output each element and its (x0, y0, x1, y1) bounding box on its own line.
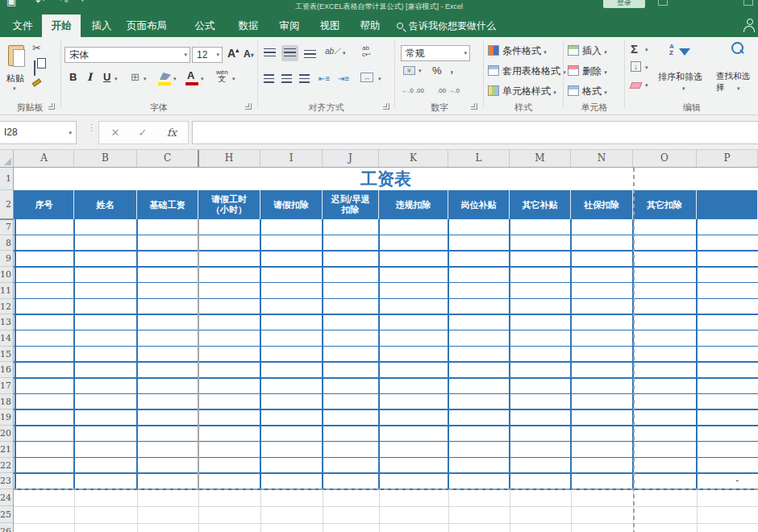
align-left-icon[interactable] (264, 74, 274, 83)
cells-button-删除[interactable]: 删除 ▾ (568, 62, 607, 80)
borders-dropdown-icon[interactable]: ▾ (144, 76, 147, 82)
borders-icon[interactable]: ⊞ (131, 71, 140, 83)
column-header-L[interactable]: L (448, 150, 510, 167)
row-header-13[interactable]: 13 (0, 314, 13, 330)
table-header-row[interactable]: 序号姓名基础工资请假工时 （小时）请假扣除迟到/早退 扣除违规扣除岗位补贴其它补… (14, 190, 758, 219)
table-header-cell-其它扣除[interactable]: 其它扣除 (633, 190, 697, 219)
clear-icon[interactable] (630, 82, 643, 89)
column-header-K[interactable]: K (379, 150, 448, 167)
table-header-cell-迟到/早退[interactable]: 迟到/早退 扣除 (323, 190, 379, 219)
column-header-P[interactable]: P (697, 150, 758, 167)
underline-button[interactable]: U (103, 71, 110, 83)
increase-font-icon[interactable]: A▴ (227, 47, 239, 60)
cut-icon[interactable]: ✂ (32, 42, 41, 54)
sheet-title-cell[interactable]: 工资表 (14, 168, 758, 190)
row-header-9[interactable]: 9 (0, 251, 13, 267)
increase-indent-icon[interactable]: ⇥≡ (338, 76, 349, 82)
styles-button-条件格式[interactable]: 条件格式 ▾ (488, 42, 547, 60)
row-header-19[interactable]: 19 (0, 409, 13, 426)
column-header-N[interactable]: N (571, 150, 633, 167)
clear-dropdown-icon[interactable]: ▾ (645, 82, 648, 89)
cell-p23[interactable]: - (697, 473, 758, 489)
font-color-icon[interactable]: A (187, 69, 194, 81)
row-header-26[interactable]: 26 (0, 523, 13, 532)
bold-button[interactable]: B (69, 71, 77, 83)
decrease-decimal-icon[interactable]: .00 →.0 (437, 87, 460, 94)
share-person-icon[interactable] (743, 19, 756, 33)
orientation-icon[interactable]: ab⟋ (325, 48, 339, 55)
accounting-dropdown-icon[interactable]: ▾ (419, 68, 422, 74)
row-header-18[interactable]: 18 (0, 394, 13, 410)
cancel-icon[interactable]: ✕ (106, 122, 125, 143)
orientation-dropdown-icon[interactable]: ▾ (343, 50, 346, 56)
paste-dropdown-icon[interactable]: ▾ (13, 85, 16, 92)
row-header-20[interactable]: 20 (0, 426, 13, 442)
comma-style-icon[interactable]: , (450, 61, 453, 76)
fill-dropdown-icon[interactable]: ▾ (173, 76, 177, 82)
table-header-cell-其它补贴[interactable]: 其它补贴 (510, 190, 571, 219)
tab-数据[interactable]: 数据 (227, 15, 269, 37)
fill-dropdown2-icon[interactable]: ▾ (645, 64, 648, 71)
tab-视图[interactable]: 视图 (310, 15, 350, 37)
row-header-14[interactable]: 14 (0, 330, 13, 347)
align-right-icon[interactable] (299, 74, 310, 83)
table-header-cell-请假工时[interactable]: 请假工时 （小时） (198, 190, 260, 219)
column-header-M[interactable]: M (510, 150, 571, 167)
formula-input[interactable] (192, 121, 758, 144)
tab-帮助[interactable]: 帮助 (350, 15, 390, 37)
row-header-10[interactable]: 10 (0, 267, 13, 283)
tell-me-box[interactable]: 告诉我你想要做什么 (397, 15, 496, 37)
increase-decimal-icon[interactable]: ←.0 .00 (402, 87, 424, 94)
formula-bar-handle[interactable]: ⋮ (87, 125, 90, 139)
align-bottom-icon[interactable] (304, 50, 316, 59)
styles-button-单元格样式[interactable]: 单元格样式 ▾ (488, 82, 556, 100)
tab-页面布局[interactable]: 页面布局 (119, 15, 174, 37)
row-header-24[interactable]: 24 (0, 489, 13, 506)
row-header-8[interactable]: 8 (0, 235, 13, 251)
row-header-12[interactable]: 12 (0, 299, 13, 315)
row-header-23[interactable]: 23 (0, 473, 13, 489)
column-header-H[interactable]: H (198, 150, 260, 167)
select-all-corner[interactable] (0, 150, 14, 167)
number-dialog-launcher-icon[interactable] (471, 103, 477, 110)
row-header-11[interactable]: 11 (0, 283, 13, 299)
column-header-J[interactable]: J (323, 150, 379, 167)
tab-审阅[interactable]: 审阅 (269, 15, 310, 37)
percent-style-icon[interactable]: % (432, 64, 442, 77)
table-header-cell-姓名[interactable]: 姓名 (74, 190, 137, 219)
cells-button-插入[interactable]: 插入 ▾ (568, 42, 607, 60)
wrap-text-icon[interactable]: ab c↩ (362, 45, 371, 58)
phonetic-dropdown-icon[interactable]: ▾ (232, 76, 235, 82)
align-center-icon[interactable] (281, 74, 292, 83)
styles-button-套用表格格式[interactable]: 套用表格格式 ▾ (488, 62, 566, 80)
alignment-dialog-launcher-icon[interactable] (383, 103, 389, 110)
italic-button[interactable]: I (87, 71, 92, 83)
sign-in-button[interactable]: 登录 (603, 0, 645, 8)
ribbon-options-icon[interactable] (658, 0, 668, 6)
row-header-16[interactable]: 16 (0, 362, 13, 378)
decrease-indent-icon[interactable]: ⇤≡ (319, 76, 330, 82)
fill-color-icon[interactable] (160, 73, 171, 80)
column-header-I[interactable]: I (260, 150, 323, 167)
clipboard-dialog-launcher-icon[interactable] (48, 103, 55, 110)
table-header-cell-blank[interactable] (697, 190, 758, 219)
insert-function-icon[interactable]: fx (162, 122, 181, 143)
column-header-O[interactable]: O (633, 150, 697, 167)
tab-开始[interactable]: 开始 (42, 15, 81, 37)
phonetic-icon[interactable]: wén文 (216, 69, 228, 83)
merge-dropdown-icon[interactable]: ▾ (378, 76, 381, 82)
font-dialog-launcher-icon[interactable] (245, 103, 252, 110)
spreadsheet-grid[interactable]: 工资表 序号姓名基础工资请假工时 （小时）请假扣除迟到/早退 扣除违规扣除岗位补… (14, 168, 758, 532)
cells-button-格式[interactable]: 格式 ▾ (568, 82, 607, 100)
font-name-combo[interactable]: 宋体▾ (65, 47, 190, 63)
column-header-C[interactable]: C (137, 150, 198, 167)
row-header-1[interactable]: 1 (0, 168, 13, 190)
find-select-dropdown-icon[interactable]: ▾ (737, 85, 740, 92)
paste-button[interactable]: 粘贴 (6, 73, 24, 85)
table-header-cell-基础工资[interactable]: 基础工资 (137, 190, 198, 219)
table-header-cell-违规扣除[interactable]: 违规扣除 (379, 190, 448, 219)
find-select-icon[interactable] (731, 42, 743, 55)
enter-icon[interactable]: ✓ (133, 122, 152, 143)
row-header-7[interactable]: 7 (0, 219, 13, 235)
tab-插入[interactable]: 插入 (84, 15, 119, 37)
